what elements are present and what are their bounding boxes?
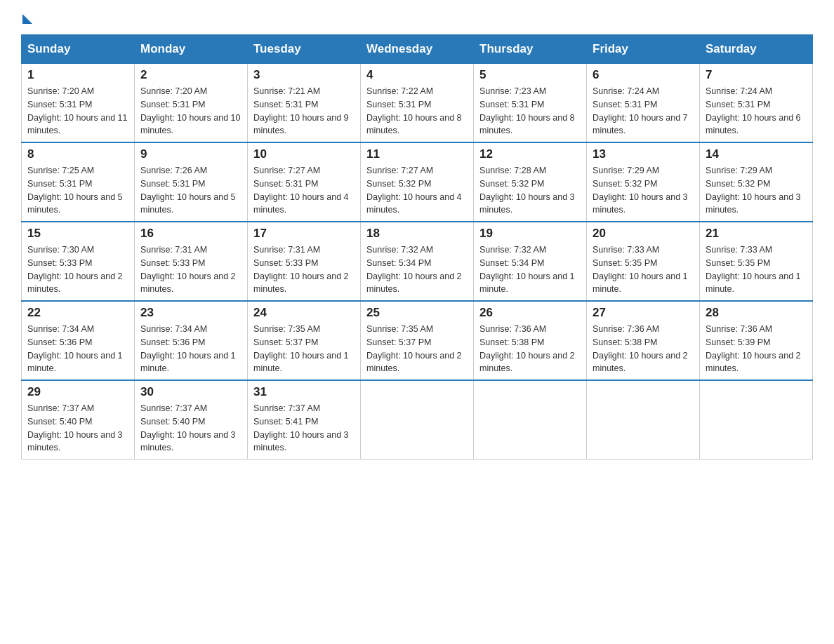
day-number: 7 <box>706 68 807 82</box>
col-friday: Friday <box>587 35 700 64</box>
col-tuesday: Tuesday <box>248 35 361 64</box>
day-number: 15 <box>27 227 128 241</box>
table-row: 21 Sunrise: 7:33 AMSunset: 5:35 PMDaylig… <box>700 222 813 301</box>
day-info: Sunrise: 7:29 AMSunset: 5:32 PMDaylight:… <box>706 166 801 215</box>
table-row: 15 Sunrise: 7:30 AMSunset: 5:33 PMDaylig… <box>22 222 135 301</box>
calendar-week-row: 15 Sunrise: 7:30 AMSunset: 5:33 PMDaylig… <box>22 222 813 301</box>
col-thursday: Thursday <box>474 35 587 64</box>
table-row: 28 Sunrise: 7:36 AMSunset: 5:39 PMDaylig… <box>700 301 813 380</box>
table-row: 1 Sunrise: 7:20 AMSunset: 5:31 PMDayligh… <box>22 64 135 143</box>
calendar-week-row: 1 Sunrise: 7:20 AMSunset: 5:31 PMDayligh… <box>22 64 813 143</box>
col-wednesday: Wednesday <box>361 35 474 64</box>
day-number: 9 <box>140 147 241 161</box>
day-info: Sunrise: 7:35 AMSunset: 5:37 PMDaylight:… <box>366 324 462 373</box>
day-number: 26 <box>479 306 581 320</box>
day-number: 1 <box>27 68 128 82</box>
day-number: 10 <box>253 147 355 161</box>
table-row: 11 Sunrise: 7:27 AMSunset: 5:32 PMDaylig… <box>361 142 474 222</box>
day-info: Sunrise: 7:37 AMSunset: 5:41 PMDaylight:… <box>253 403 349 452</box>
day-number: 31 <box>253 385 355 399</box>
calendar-header-row: Sunday Monday Tuesday Wednesday Thursday… <box>22 35 813 64</box>
day-info: Sunrise: 7:24 AMSunset: 5:31 PMDaylight:… <box>706 86 801 135</box>
day-number: 27 <box>593 306 694 320</box>
table-row <box>474 380 587 459</box>
table-row: 9 Sunrise: 7:26 AMSunset: 5:31 PMDayligh… <box>135 142 248 222</box>
table-row: 19 Sunrise: 7:32 AMSunset: 5:34 PMDaylig… <box>474 222 587 301</box>
table-row: 17 Sunrise: 7:31 AMSunset: 5:33 PMDaylig… <box>248 222 361 301</box>
day-number: 14 <box>706 147 807 161</box>
day-info: Sunrise: 7:27 AMSunset: 5:32 PMDaylight:… <box>366 166 462 215</box>
calendar-week-row: 29 Sunrise: 7:37 AMSunset: 5:40 PMDaylig… <box>22 380 813 459</box>
table-row: 24 Sunrise: 7:35 AMSunset: 5:37 PMDaylig… <box>248 301 361 380</box>
day-number: 25 <box>366 306 468 320</box>
day-info: Sunrise: 7:20 AMSunset: 5:31 PMDaylight:… <box>27 86 127 135</box>
day-info: Sunrise: 7:33 AMSunset: 5:35 PMDaylight:… <box>706 245 801 294</box>
day-info: Sunrise: 7:29 AMSunset: 5:32 PMDaylight:… <box>593 166 688 215</box>
day-info: Sunrise: 7:34 AMSunset: 5:36 PMDaylight:… <box>140 324 236 373</box>
day-info: Sunrise: 7:32 AMSunset: 5:34 PMDaylight:… <box>479 245 575 294</box>
day-number: 24 <box>253 306 355 320</box>
day-number: 23 <box>140 306 241 320</box>
day-number: 30 <box>140 385 241 399</box>
table-row: 5 Sunrise: 7:23 AMSunset: 5:31 PMDayligh… <box>474 64 587 143</box>
day-info: Sunrise: 7:37 AMSunset: 5:40 PMDaylight:… <box>27 403 123 452</box>
logo <box>21 14 34 27</box>
day-info: Sunrise: 7:20 AMSunset: 5:31 PMDaylight:… <box>140 86 240 135</box>
day-number: 22 <box>27 306 128 320</box>
col-monday: Monday <box>135 35 248 64</box>
day-info: Sunrise: 7:22 AMSunset: 5:31 PMDaylight:… <box>366 86 462 135</box>
day-number: 6 <box>593 68 694 82</box>
col-saturday: Saturday <box>700 35 813 64</box>
day-number: 11 <box>366 147 468 161</box>
table-row: 26 Sunrise: 7:36 AMSunset: 5:38 PMDaylig… <box>474 301 587 380</box>
day-info: Sunrise: 7:24 AMSunset: 5:31 PMDaylight:… <box>593 86 688 135</box>
day-number: 16 <box>140 227 241 241</box>
day-number: 2 <box>140 68 241 82</box>
day-info: Sunrise: 7:31 AMSunset: 5:33 PMDaylight:… <box>253 245 349 294</box>
day-info: Sunrise: 7:30 AMSunset: 5:33 PMDaylight:… <box>27 245 123 294</box>
day-info: Sunrise: 7:27 AMSunset: 5:31 PMDaylight:… <box>253 166 349 215</box>
logo-text <box>21 14 34 24</box>
table-row <box>700 380 813 459</box>
table-row: 12 Sunrise: 7:28 AMSunset: 5:32 PMDaylig… <box>474 142 587 222</box>
calendar-table: Sunday Monday Tuesday Wednesday Thursday… <box>21 34 813 459</box>
table-row: 25 Sunrise: 7:35 AMSunset: 5:37 PMDaylig… <box>361 301 474 380</box>
day-info: Sunrise: 7:31 AMSunset: 5:33 PMDaylight:… <box>140 245 236 294</box>
day-number: 8 <box>27 147 128 161</box>
table-row: 6 Sunrise: 7:24 AMSunset: 5:31 PMDayligh… <box>587 64 700 143</box>
day-info: Sunrise: 7:35 AMSunset: 5:37 PMDaylight:… <box>253 324 349 373</box>
day-number: 13 <box>593 147 694 161</box>
table-row <box>361 380 474 459</box>
table-row: 3 Sunrise: 7:21 AMSunset: 5:31 PMDayligh… <box>248 64 361 143</box>
day-info: Sunrise: 7:34 AMSunset: 5:36 PMDaylight:… <box>27 324 123 373</box>
day-info: Sunrise: 7:23 AMSunset: 5:31 PMDaylight:… <box>479 86 575 135</box>
table-row: 31 Sunrise: 7:37 AMSunset: 5:41 PMDaylig… <box>248 380 361 459</box>
table-row: 4 Sunrise: 7:22 AMSunset: 5:31 PMDayligh… <box>361 64 474 143</box>
page-header <box>21 14 813 27</box>
day-number: 5 <box>479 68 581 82</box>
logo-arrow-icon <box>22 14 32 24</box>
table-row: 30 Sunrise: 7:37 AMSunset: 5:40 PMDaylig… <box>135 380 248 459</box>
day-number: 19 <box>479 227 581 241</box>
table-row: 13 Sunrise: 7:29 AMSunset: 5:32 PMDaylig… <box>587 142 700 222</box>
day-info: Sunrise: 7:37 AMSunset: 5:40 PMDaylight:… <box>140 403 236 452</box>
table-row: 8 Sunrise: 7:25 AMSunset: 5:31 PMDayligh… <box>22 142 135 222</box>
table-row: 10 Sunrise: 7:27 AMSunset: 5:31 PMDaylig… <box>248 142 361 222</box>
day-number: 4 <box>366 68 468 82</box>
table-row: 7 Sunrise: 7:24 AMSunset: 5:31 PMDayligh… <box>700 64 813 143</box>
day-number: 28 <box>706 306 807 320</box>
table-row: 20 Sunrise: 7:33 AMSunset: 5:35 PMDaylig… <box>587 222 700 301</box>
day-number: 17 <box>253 227 355 241</box>
table-row: 29 Sunrise: 7:37 AMSunset: 5:40 PMDaylig… <box>22 380 135 459</box>
day-info: Sunrise: 7:21 AMSunset: 5:31 PMDaylight:… <box>253 86 349 135</box>
calendar-week-row: 22 Sunrise: 7:34 AMSunset: 5:36 PMDaylig… <box>22 301 813 380</box>
day-number: 20 <box>593 227 694 241</box>
day-number: 12 <box>479 147 581 161</box>
day-info: Sunrise: 7:25 AMSunset: 5:31 PMDaylight:… <box>27 166 123 215</box>
col-sunday: Sunday <box>22 35 135 64</box>
table-row: 14 Sunrise: 7:29 AMSunset: 5:32 PMDaylig… <box>700 142 813 222</box>
table-row: 16 Sunrise: 7:31 AMSunset: 5:33 PMDaylig… <box>135 222 248 301</box>
day-number: 21 <box>706 227 807 241</box>
day-info: Sunrise: 7:36 AMSunset: 5:38 PMDaylight:… <box>593 324 688 373</box>
day-info: Sunrise: 7:28 AMSunset: 5:32 PMDaylight:… <box>479 166 575 215</box>
